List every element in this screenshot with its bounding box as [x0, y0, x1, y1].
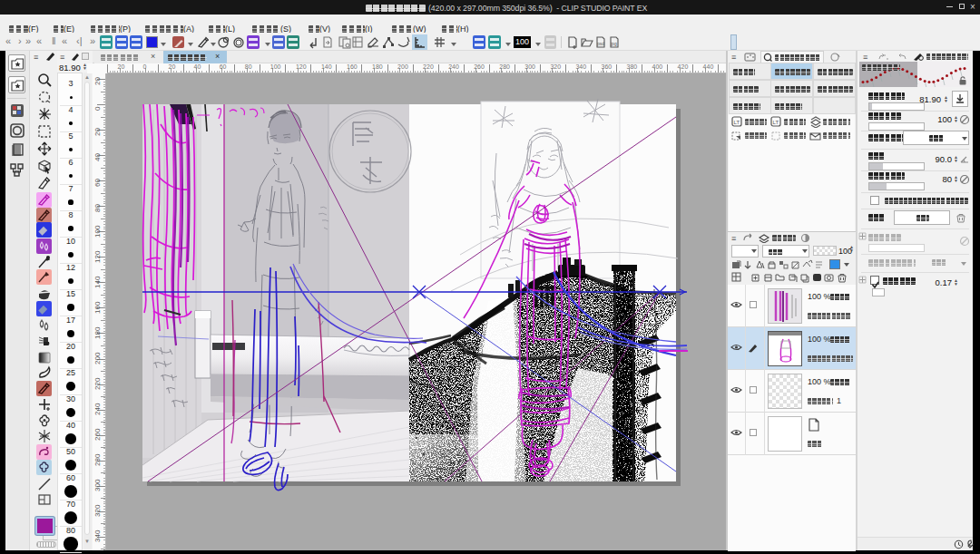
svg-text:jpg: jpg [610, 41, 617, 46]
svg-text:psd: psd [597, 41, 604, 46]
svg-text:LT: LT [734, 120, 740, 125]
svg-text:LT: LT [773, 120, 779, 125]
